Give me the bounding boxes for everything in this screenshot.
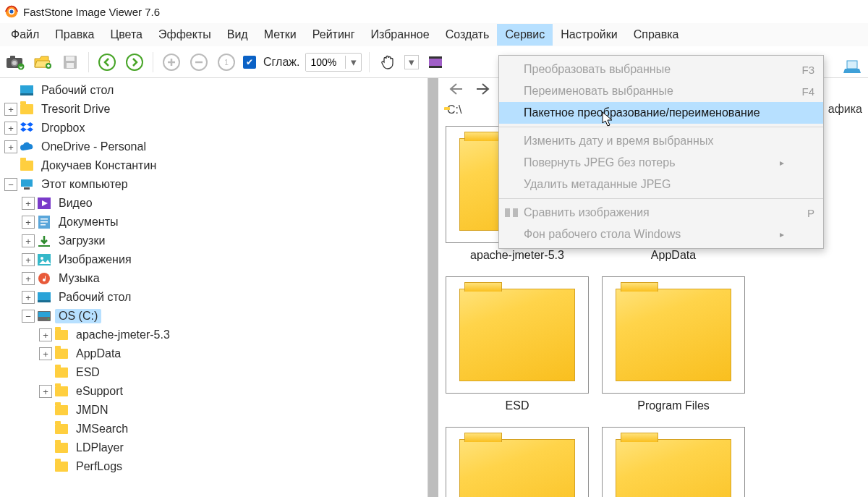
tree-item[interactable]: +Документы — [0, 213, 427, 231]
tree-twisty-icon[interactable]: + — [22, 272, 35, 285]
zoom-input[interactable] — [306, 54, 345, 71]
menu-item-shortcut: F4 — [790, 85, 823, 98]
zoom-in-button[interactable] — [161, 51, 182, 73]
nav-next-button[interactable] — [124, 51, 145, 73]
nav-back-button[interactable] — [444, 78, 466, 100]
tree-item[interactable]: −Этот компьютер — [0, 175, 427, 194]
tree-twisty-icon[interactable]: + — [22, 234, 35, 247]
tree-item[interactable]: +eSupport — [0, 382, 427, 401]
filmstrip-button[interactable] — [425, 51, 446, 73]
menu-вид[interactable]: Вид — [219, 24, 256, 46]
menu-item[interactable]: Пакетное преобразование/переименование — [499, 102, 823, 124]
thumbnail-item[interactable]: ESD — [446, 276, 589, 412]
titlebar: FastStone Image Viewer 7.6 — [0, 0, 868, 23]
svg-point-7 — [18, 63, 25, 69]
nav-prev-button[interactable] — [96, 51, 118, 73]
menu-item-label: Переименовать выбранные — [524, 85, 790, 98]
tree-item[interactable]: +OneDrive - Personal — [0, 137, 427, 156]
thumbnail-item[interactable]: Program Files (x86) — [446, 427, 589, 497]
menu-item: Повернуть JPEG без потерь — [499, 152, 823, 174]
tree-item[interactable]: Докучаев Константин — [0, 156, 427, 175]
menu-избранное[interactable]: Избранное — [363, 24, 438, 46]
tree-item-label: LDPlayer — [72, 441, 127, 455]
pan-hand-button[interactable] — [377, 51, 399, 73]
folder-icon — [54, 330, 69, 340]
save-button[interactable] — [59, 51, 81, 73]
nav-forward-button[interactable] — [473, 78, 495, 100]
tree-item[interactable]: −OS (C:) — [0, 307, 427, 326]
tree-twisty-icon[interactable]: + — [39, 328, 52, 341]
smooth-checkbox[interactable] — [243, 56, 256, 69]
tree-item[interactable]: +Tresorit Drive — [0, 100, 427, 119]
menu-справка[interactable]: Справка — [626, 24, 687, 46]
tree-twisty-icon[interactable]: + — [22, 216, 35, 229]
video-icon — [36, 197, 52, 209]
open-button[interactable] — [32, 51, 54, 73]
tree-item[interactable]: +apache-jmeter-5.3 — [0, 326, 427, 344]
svg-rect-36 — [38, 292, 51, 300]
partial-label: афика — [828, 103, 862, 116]
tree-item[interactable]: JMSearch — [0, 420, 427, 438]
menu-сервис[interactable]: Сервис — [497, 24, 553, 46]
svg-rect-31 — [41, 224, 46, 226]
menu-создать[interactable]: Создать — [438, 24, 498, 46]
folder-tree[interactable]: Рабочий стол+Tresorit Drive+Dropbox+OneD… — [0, 78, 428, 497]
zoom-dropdown-icon[interactable]: ▾ — [345, 56, 361, 69]
zoom-combo[interactable]: ▾ — [305, 53, 362, 72]
tree-item[interactable]: +Загрузки — [0, 231, 427, 250]
vertical-splitter[interactable] — [428, 78, 438, 497]
menu-настройки[interactable]: Настройки — [553, 24, 625, 46]
tree-item[interactable]: +Музыка — [0, 269, 427, 288]
tree-twisty-icon[interactable]: + — [4, 140, 17, 153]
window-title: FastStone Image Viewer 7.6 — [23, 6, 160, 18]
thumbnail-item[interactable]: Program Files — [602, 276, 745, 412]
svg-rect-32 — [38, 245, 50, 247]
thumbnail-item[interactable]: ReplacedPDF — [602, 427, 745, 497]
menu-метки[interactable]: Метки — [256, 24, 305, 46]
svg-rect-11 — [67, 63, 74, 68]
tree-item[interactable]: +Видео — [0, 194, 427, 213]
tree-twisty-icon[interactable]: + — [39, 347, 52, 360]
menu-item-shortcut: F3 — [790, 64, 823, 76]
service-menu[interactable]: Преобразовать выбранныеF3Переименовать в… — [498, 55, 824, 249]
smooth-label: Сглаж. — [263, 56, 299, 69]
tree-item[interactable]: JMDN — [0, 401, 427, 420]
tree-item-label: Изображения — [55, 252, 135, 267]
menu-separator — [499, 127, 823, 127]
acquire-button[interactable] — [4, 51, 26, 73]
scanner-button[interactable] — [842, 56, 864, 78]
tree-item-label: Tresorit Drive — [38, 102, 114, 116]
tree-twisty-icon[interactable]: + — [22, 253, 35, 266]
tree-item[interactable]: +Изображения — [0, 250, 427, 269]
zoom-actual-button[interactable]: 1 — [216, 51, 237, 73]
tree-twisty-icon[interactable]: + — [4, 122, 17, 135]
tree-item[interactable]: ESD — [0, 363, 427, 382]
tree-twisty-icon[interactable]: + — [22, 291, 35, 304]
folder-icon — [54, 386, 69, 396]
menu-файл[interactable]: Файл — [3, 24, 47, 46]
menu-правка[interactable]: Правка — [47, 24, 102, 46]
svg-rect-29 — [41, 218, 48, 220]
tree-item[interactable]: LDPlayer — [0, 438, 427, 457]
menu-рейтинг[interactable]: Рейтинг — [305, 24, 363, 46]
svg-rect-19 — [429, 56, 442, 59]
zoom-out-button[interactable] — [188, 51, 210, 73]
menu-цвета[interactable]: Цвета — [102, 24, 150, 46]
tree-item[interactable]: +AppData — [0, 344, 427, 363]
tree-twisty-icon[interactable]: − — [22, 310, 35, 323]
menu-эффекты[interactable]: Эффекты — [150, 24, 219, 46]
tree-twisty-icon[interactable]: + — [39, 385, 52, 398]
tree-item[interactable]: PerfLogs — [0, 457, 427, 476]
svg-rect-42 — [513, 208, 518, 217]
tree-item[interactable]: +Рабочий стол — [0, 288, 427, 307]
menu-item: Удалить метаданные JPEG — [499, 174, 823, 195]
tree-item[interactable]: Рабочий стол — [0, 81, 427, 100]
thumbnail-frame — [446, 427, 589, 497]
hand-dropdown-icon[interactable]: ▾ — [404, 55, 419, 69]
tree-twisty-icon[interactable]: + — [22, 197, 35, 210]
tree-item[interactable]: +Dropbox — [0, 119, 427, 137]
toolbar-sep — [88, 52, 89, 72]
tree-twisty-icon[interactable]: − — [4, 178, 17, 191]
folder-icon — [54, 443, 69, 453]
tree-twisty-icon[interactable]: + — [4, 103, 17, 116]
